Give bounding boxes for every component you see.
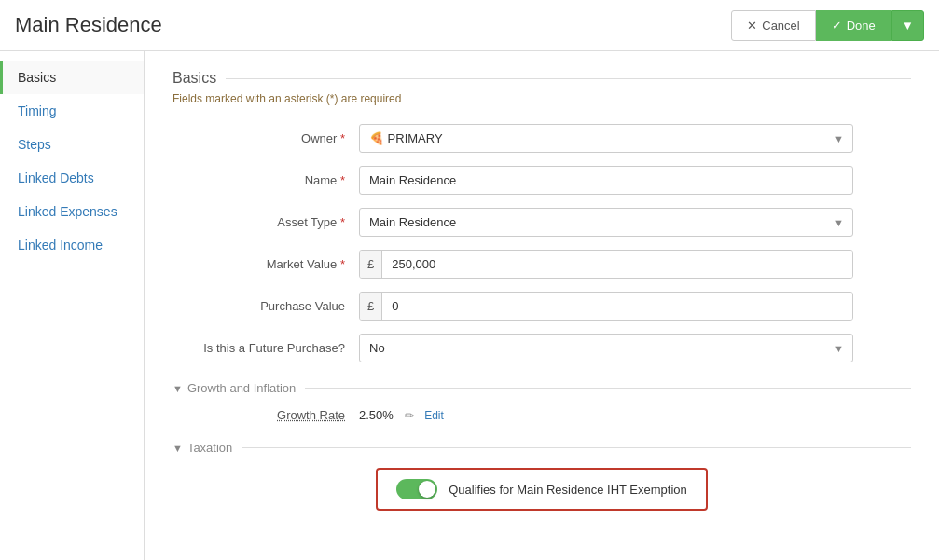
- cancel-button[interactable]: ✕ Cancel: [731, 10, 815, 41]
- asset-type-field: Main Residence ▼: [359, 208, 853, 237]
- growth-chevron-icon: ▼: [173, 383, 183, 394]
- sidebar-item-linked-debts[interactable]: Linked Debts: [0, 161, 144, 195]
- done-dropdown-button[interactable]: ▼: [891, 10, 924, 41]
- growth-rate-row: Growth Rate 2.50% ✏ Edit: [173, 408, 911, 422]
- iht-exemption-toggle[interactable]: [396, 479, 437, 499]
- header-actions: ✕ Cancel ✓ Done ▼: [731, 10, 924, 41]
- chevron-down-icon: ▼: [902, 19, 914, 33]
- future-purchase-row: Is this a Future Purchase? No Yes ▼: [173, 334, 911, 362]
- taxation-chevron-icon: ▼: [173, 443, 183, 454]
- name-row: Name *: [173, 166, 911, 195]
- owner-select[interactable]: 🍕 PRIMARY: [359, 124, 853, 153]
- growth-rate-value: 2.50%: [359, 408, 394, 422]
- growth-edit-link[interactable]: Edit: [424, 409, 444, 422]
- sidebar: Basics Timing Steps Linked Debts Linked …: [0, 51, 145, 560]
- growth-rate-field: 2.50% ✏ Edit: [359, 408, 853, 422]
- section-title: Basics: [173, 70, 911, 87]
- iht-exemption-label: Qualifies for Main Residence IHT Exempti…: [449, 483, 687, 497]
- toggle-knob: [419, 481, 435, 498]
- sidebar-item-basics[interactable]: Basics: [0, 61, 144, 94]
- page-title: Main Residence: [15, 13, 162, 37]
- done-button[interactable]: ✓ Done: [816, 10, 891, 41]
- taxation-toggle-row: Qualifies for Main Residence IHT Exempti…: [173, 468, 911, 511]
- name-input[interactable]: [359, 166, 853, 195]
- name-required-asterisk: *: [340, 173, 345, 187]
- growth-subsection-header[interactable]: ▼ Growth and Inflation: [173, 381, 911, 395]
- name-label: Name *: [173, 173, 359, 187]
- main-content: Basics Fields marked with an asterisk (*…: [145, 51, 939, 560]
- market-value-required-asterisk: *: [340, 257, 345, 271]
- purchase-value-input[interactable]: [382, 293, 852, 320]
- future-purchase-select-wrapper: No Yes ▼: [359, 334, 853, 362]
- growth-rate-label: Growth Rate: [173, 408, 359, 422]
- asset-type-select-wrapper: Main Residence ▼: [359, 208, 853, 237]
- asset-type-select[interactable]: Main Residence: [359, 208, 853, 237]
- purchase-value-field: £: [359, 292, 853, 321]
- sidebar-item-linked-income[interactable]: Linked Income: [0, 228, 144, 262]
- owner-field: 🍕 PRIMARY ▼: [359, 124, 853, 153]
- growth-subsection: ▼ Growth and Inflation Growth Rate 2.50%…: [173, 381, 911, 422]
- owner-row: Owner * 🍕 PRIMARY ▼: [173, 124, 911, 153]
- asset-type-row: Asset Type * Main Residence ▼: [173, 208, 911, 237]
- cancel-icon: ✕: [747, 19, 757, 33]
- sidebar-item-timing[interactable]: Timing: [0, 94, 144, 128]
- taxation-subsection-header[interactable]: ▼ Taxation: [173, 441, 911, 455]
- sidebar-item-steps[interactable]: Steps: [0, 128, 144, 161]
- future-purchase-label: Is this a Future Purchase?: [173, 341, 359, 355]
- sidebar-item-linked-expenses[interactable]: Linked Expenses: [0, 195, 144, 228]
- market-value-label: Market Value *: [173, 257, 359, 271]
- owner-select-wrapper: 🍕 PRIMARY ▼: [359, 124, 853, 153]
- asset-type-required-asterisk: *: [340, 215, 345, 229]
- iht-exemption-container: Qualifies for Main Residence IHT Exempti…: [376, 468, 708, 511]
- growth-edit-icon: ✏: [405, 409, 414, 422]
- future-purchase-select[interactable]: No Yes: [359, 334, 853, 362]
- taxation-subsection: ▼ Taxation Qualifies for Main Residence …: [173, 441, 911, 511]
- market-value-currency-symbol: £: [360, 251, 382, 278]
- purchase-value-row: Purchase Value £: [173, 292, 911, 321]
- market-value-currency-wrapper: £: [359, 250, 853, 279]
- name-field: [359, 166, 853, 195]
- owner-label: Owner *: [173, 131, 359, 145]
- market-value-row: Market Value * £: [173, 250, 911, 279]
- checkmark-icon: ✓: [832, 19, 842, 33]
- market-value-field: £: [359, 250, 853, 279]
- purchase-value-currency-wrapper: £: [359, 292, 853, 321]
- market-value-input[interactable]: [382, 251, 852, 278]
- owner-required-asterisk: *: [340, 131, 345, 145]
- purchase-value-currency-symbol: £: [360, 293, 382, 320]
- purchase-value-label: Purchase Value: [173, 299, 359, 313]
- asset-type-label: Asset Type *: [173, 215, 359, 229]
- required-note: Fields marked with an asterisk (*) are r…: [173, 92, 911, 105]
- future-purchase-field: No Yes ▼: [359, 334, 853, 362]
